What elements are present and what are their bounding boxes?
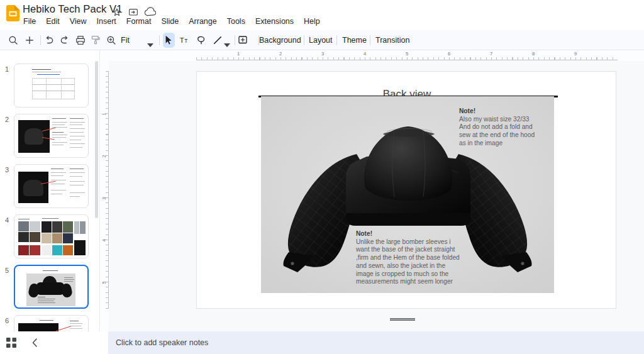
undo-icon[interactable]: [43, 35, 55, 46]
ruler-label-h: 6: [446, 51, 452, 57]
menu-insert[interactable]: Insert: [95, 16, 118, 26]
note-top-line-1: Also my waist size 32/33: [459, 116, 530, 123]
text-box-icon[interactable]: TT: [179, 35, 191, 46]
slide-number: 1: [3, 65, 11, 73]
note-bottom-line-2: want the base of the jacket straight: [356, 246, 455, 253]
vertical-ruler[interactable]: 1 2 3 4 5: [101, 61, 109, 331]
speaker-notes-panel[interactable]: Click to add speaker notes: [108, 331, 644, 354]
speaker-notes-resize-handle[interactable]: [390, 318, 415, 321]
note-bottom-line-1: Unlike the large bomber sleeves i: [356, 238, 451, 245]
ruler-label-h: 8: [530, 51, 536, 57]
note-top-line-4: as in the image: [459, 140, 502, 147]
note-bottom-line-5: image is cropped to much so the: [356, 270, 448, 277]
slide-thumbnail-3[interactable]: [14, 164, 89, 208]
toolbar-divider: [40, 35, 41, 45]
layout-button[interactable]: Layout: [309, 36, 333, 45]
add-slide-icon[interactable]: [24, 35, 35, 46]
shape-icon[interactable]: [196, 35, 207, 46]
vertical-ruler-baseline: [108, 71, 109, 309]
document-title[interactable]: Hebiko Tech Pack V1: [23, 3, 122, 15]
horizontal-ruler[interactable]: 1 2 3 4 5 6 7 8 9: [101, 50, 644, 61]
add-comment-icon[interactable]: [237, 35, 248, 46]
menu-help[interactable]: Help: [302, 16, 322, 26]
slide-thumbnail-4[interactable]: [14, 214, 89, 258]
background-button[interactable]: Background: [259, 36, 301, 45]
menu-arrange[interactable]: Arrange: [187, 16, 218, 26]
slide-number: 2: [3, 116, 11, 123]
note-top-line-3: sew at the end of the hood: [459, 131, 535, 138]
slide-canvas-area[interactable]: 1 2 3 4 5 6 7 8 9 1 2 3 4 5 Back: [101, 50, 644, 331]
toolbar-divider: [304, 35, 304, 45]
menu-extensions[interactable]: Extensions: [253, 16, 296, 26]
slide-thumbnail-1[interactable]: [14, 64, 89, 108]
google-slides-window: Hebiko Tech Pack V1 File Edit View Inser…: [0, 0, 644, 354]
svg-text:T: T: [184, 38, 187, 44]
chevron-left-icon[interactable]: [30, 337, 41, 348]
move-to-folder-icon[interactable]: [128, 7, 138, 17]
slide-thumbnail-6[interactable]: [14, 315, 89, 331]
theme-button[interactable]: Theme: [342, 36, 367, 45]
paint-format-icon[interactable]: [90, 35, 101, 46]
note-bottom-line-4: and sewn, also the jacket in the: [356, 262, 445, 269]
ruler-label-v: 4: [101, 237, 107, 245]
zoom-icon[interactable]: [106, 35, 117, 46]
menu-tools[interactable]: Tools: [225, 16, 247, 26]
filmstrip-scrollbar[interactable]: [95, 61, 98, 218]
line-icon[interactable]: [212, 35, 223, 46]
menu-slide[interactable]: Slide: [159, 16, 180, 26]
note-top-line-2: And do not add a fold and: [459, 123, 533, 130]
grid-view-icon[interactable]: [6, 337, 17, 348]
search-icon[interactable]: [8, 35, 19, 46]
slide-thumbnail-2[interactable]: [14, 114, 89, 158]
toolbar-divider: [235, 35, 235, 45]
toolbar-divider: [370, 35, 370, 45]
print-icon[interactable]: [75, 35, 86, 46]
transition-button[interactable]: Transition: [375, 36, 409, 45]
slide-number: 4: [3, 216, 11, 224]
line-caret-icon[interactable]: [224, 38, 230, 50]
bottom-bar: Click to add speaker notes: [0, 331, 644, 354]
app-header: Hebiko Tech Pack V1 File Edit View Inser…: [0, 0, 644, 30]
ruler-label-h: 3: [319, 51, 326, 57]
slide-number: 3: [3, 166, 11, 174]
menu-format[interactable]: Format: [125, 16, 153, 26]
ruler-label-h: 2: [277, 51, 284, 57]
note-bottom[interactable]: Note! Unlike the large bomber sleeves i …: [356, 230, 460, 286]
slide-thumbnail-5[interactable]: [14, 265, 89, 309]
redo-icon[interactable]: [59, 35, 70, 46]
ruler-label-v: 1: [101, 111, 107, 118]
toolbar-divider: [336, 35, 337, 45]
slide-number: 5: [3, 267, 11, 274]
ruler-label-v: 5: [101, 279, 107, 287]
note-top-heading: Note!: [459, 108, 475, 114]
ruler-label-v: 2: [101, 153, 107, 160]
ruler-label-h: 1: [235, 51, 242, 57]
ruler-label-v: 3: [101, 195, 107, 202]
svg-text:T: T: [180, 36, 184, 44]
slides-logo-icon: [6, 5, 19, 21]
note-top[interactable]: Note! Also my waist size 32/33 And do no…: [459, 108, 535, 148]
ruler-label-h: 9: [572, 51, 579, 57]
ruler-label-h: 7: [488, 51, 494, 57]
slide-number: 6: [3, 317, 11, 324]
ruler-label-h: 5: [404, 51, 410, 57]
note-bottom-line-6: measurements might seem longer: [356, 278, 453, 285]
note-bottom-heading: Note!: [356, 230, 372, 237]
slide-filmstrip[interactable]: 1 2: [0, 50, 100, 331]
zoom-caret-icon[interactable]: [147, 38, 153, 50]
menu-bar: File Edit View Insert Format Slide Arran…: [21, 16, 322, 26]
menu-edit[interactable]: Edit: [44, 16, 62, 26]
zoom-level-label[interactable]: Fit: [121, 36, 130, 45]
menu-view[interactable]: View: [68, 16, 89, 26]
toolbar-divider: [159, 35, 160, 45]
cloud-saved-icon[interactable]: [145, 7, 156, 17]
select-cursor-icon[interactable]: [164, 35, 174, 46]
horizontal-ruler-baseline: [196, 60, 618, 60]
current-slide[interactable]: Back view: [196, 71, 616, 309]
menu-file[interactable]: File: [21, 16, 38, 26]
star-icon[interactable]: [112, 7, 122, 17]
speaker-notes-placeholder: Click to add speaker notes: [116, 338, 208, 347]
workspace: 1 2: [0, 50, 644, 331]
ruler-label-h: 4: [362, 51, 368, 57]
toolbar: Fit TT Background Layout Theme: [0, 30, 644, 50]
